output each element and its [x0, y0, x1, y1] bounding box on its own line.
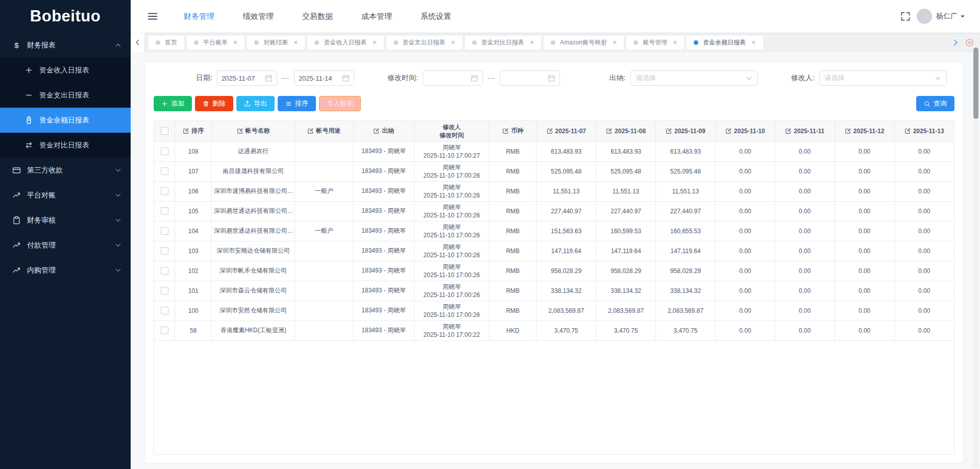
calendar-icon[interactable] — [471, 75, 478, 82]
user-name[interactable]: 杨仁广 — [936, 12, 958, 21]
edit-icon[interactable] — [502, 128, 509, 134]
tab-close-icon[interactable]: × — [751, 39, 755, 46]
row-checkbox[interactable] — [161, 287, 168, 294]
sidebar-group[interactable]: 财务审核 — [0, 208, 131, 233]
row-checkbox[interactable] — [161, 307, 168, 314]
sidebar-item[interactable]: 资金支出日报表 — [0, 83, 131, 108]
avatar[interactable] — [917, 9, 932, 24]
calendar-icon[interactable] — [265, 75, 273, 82]
modified-to-input[interactable] — [500, 70, 560, 86]
cell-cashier: 183493 - 周晓琴 — [353, 281, 414, 301]
column-header: 帐号用途 — [295, 121, 353, 141]
topnav-item[interactable]: 成本管理 — [347, 0, 406, 33]
cell-balance: 227,440.97 — [536, 201, 596, 221]
sidebar-group[interactable]: $财务报表 — [0, 33, 131, 58]
calendar-icon[interactable] — [548, 75, 555, 82]
cell-balance: 3,470.75 — [656, 320, 716, 340]
modified-from-input[interactable] — [423, 70, 483, 86]
topnav-item[interactable]: 交易数据 — [288, 0, 347, 33]
row-checkbox[interactable] — [161, 167, 168, 175]
sort-button[interactable]: 排序 — [278, 96, 316, 111]
edit-icon[interactable] — [237, 128, 243, 134]
calendar-icon[interactable] — [342, 75, 350, 82]
cell-balance: 0.00 — [716, 161, 775, 181]
tab-close-icon[interactable]: × — [530, 39, 534, 46]
tab[interactable]: 对账结果× — [247, 36, 305, 50]
edit-icon[interactable] — [547, 128, 553, 134]
query-button[interactable]: 查询 — [916, 96, 954, 111]
tab-label: 账号管理 — [643, 38, 667, 47]
tab[interactable]: 首页 — [149, 36, 184, 50]
tab-close-icon[interactable]: × — [673, 39, 677, 46]
tab-close-icon[interactable]: × — [233, 39, 237, 46]
sidebar-item[interactable]: 资金对比日报表 — [0, 133, 131, 158]
close-all-tabs-icon[interactable] — [965, 38, 974, 47]
topnav-item[interactable]: 绩效管理 — [229, 0, 288, 33]
edit-icon[interactable] — [606, 128, 612, 134]
edit-icon[interactable] — [307, 128, 314, 134]
modifier-label: 修改人: — [791, 73, 815, 83]
cell-sort: 107 — [175, 161, 212, 181]
hamburger-menu-icon[interactable] — [147, 11, 158, 22]
sidebar-group[interactable]: 付款管理 — [0, 233, 131, 258]
tab[interactable]: 账号管理× — [626, 36, 684, 50]
tab[interactable]: Amazon账号映射× — [544, 36, 624, 50]
export-button[interactable]: 导出 — [236, 96, 275, 111]
chevron-down-icon — [115, 267, 121, 274]
tab-close-icon[interactable]: × — [372, 39, 376, 46]
edit-icon[interactable] — [725, 128, 732, 134]
tab-close-icon[interactable]: × — [451, 39, 455, 46]
cell-balance: 2,083,569.87 — [596, 301, 656, 320]
edit-icon[interactable] — [785, 128, 792, 134]
import-data-button[interactable]: 导入数据 — [319, 96, 361, 111]
tab[interactable]: 资金收入日报表× — [307, 36, 383, 50]
date-to-input[interactable] — [294, 70, 354, 86]
row-checkbox[interactable] — [161, 227, 168, 235]
row-checkbox[interactable] — [161, 147, 168, 155]
cashier-select[interactable]: 请选择 — [630, 70, 758, 86]
tab[interactable]: 资金支出日报表× — [386, 36, 462, 50]
table-row: 100深圳市安然仓储有限公司183493 - 周晓琴周晓琴2025-11-10 … — [154, 301, 954, 320]
cell-currency: RMB — [489, 261, 536, 281]
edit-icon[interactable] — [666, 128, 672, 134]
select-all-checkbox[interactable] — [161, 127, 168, 135]
date-from-input[interactable] — [217, 70, 277, 86]
sidebar-group[interactable]: 平台对账 — [0, 183, 131, 208]
tab-close-icon[interactable]: × — [612, 39, 617, 46]
cell-select — [154, 320, 175, 340]
tab-close-icon[interactable]: × — [293, 39, 298, 46]
add-button[interactable]: 添加 — [154, 96, 192, 111]
edit-icon[interactable] — [183, 128, 189, 134]
row-checkbox[interactable] — [161, 327, 168, 334]
sidebar-group[interactable]: 内购管理 — [0, 258, 131, 283]
topnav-item[interactable]: 财务管理 — [169, 0, 229, 33]
topnav-item[interactable]: 系统设置 — [406, 0, 465, 33]
row-checkbox[interactable] — [161, 207, 168, 215]
cell-balance: 0.00 — [775, 261, 835, 281]
tabs-scroll-left-button[interactable] — [131, 33, 145, 52]
row-checkbox[interactable] — [161, 187, 168, 195]
delete-button[interactable]: 删除 — [195, 96, 233, 111]
cell-sort: 56 — [175, 320, 212, 340]
sidebar-item[interactable]: 资金余额日报表 — [0, 108, 131, 133]
sidebar-group-label: 付款管理 — [27, 241, 56, 250]
sidebar-group[interactable]: 第三方收款 — [0, 158, 131, 183]
tab[interactable]: 资金对比日报表× — [465, 36, 541, 50]
caret-down-icon[interactable] — [960, 13, 966, 19]
edit-icon[interactable] — [373, 128, 380, 134]
chevron-right-icon[interactable] — [951, 39, 959, 46]
tabs: 首页平台账单×对账结果×资金收入日报表×资金支出日报表×资金对比日报表×Amaz… — [145, 36, 945, 50]
cell-cashier: 183493 - 周晓琴 — [353, 161, 414, 181]
cell-balance: 227,440.97 — [596, 201, 656, 221]
edit-icon[interactable] — [904, 128, 911, 134]
row-checkbox[interactable] — [161, 267, 168, 275]
fullscreen-icon[interactable] — [900, 11, 911, 21]
scrollbar-thumb[interactable] — [973, 47, 978, 119]
sidebar-item[interactable]: 资金收入日报表 — [0, 58, 131, 83]
tab[interactable]: 资金余额日报表× — [687, 36, 763, 50]
row-checkbox[interactable] — [161, 247, 168, 255]
edit-icon[interactable] — [845, 128, 851, 134]
tab[interactable]: 平台账单× — [187, 36, 244, 50]
modifier-select[interactable]: 请选择 — [819, 70, 947, 86]
sort-button-label: 排序 — [295, 99, 308, 108]
